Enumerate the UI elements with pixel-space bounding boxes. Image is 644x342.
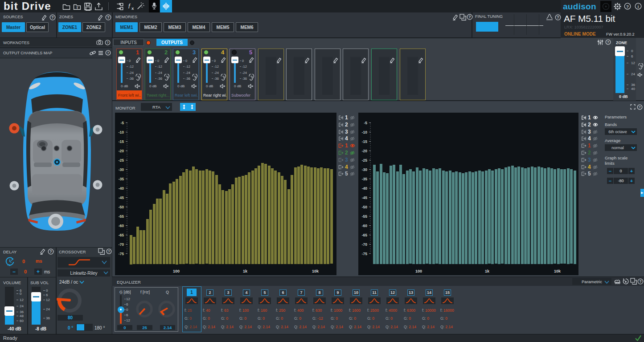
svg-text:?: ? [107,41,109,45]
svg-text:?: ? [49,249,52,254]
svg-text:?: ? [626,4,629,9]
svg-text:i: i [638,4,639,9]
svg-text:?: ? [557,15,559,20]
svg-text:T: T [76,6,78,10]
svg-text:x: x [131,6,134,11]
svg-text:?: ? [639,105,641,109]
svg-text:?: ? [607,40,609,44]
svg-text:?: ? [468,15,471,19]
svg-text:?: ? [51,15,53,20]
svg-text:?: ? [639,279,641,284]
svg-text:?: ? [107,51,109,55]
svg-text:?: ? [107,15,109,20]
svg-text:?: ? [108,249,110,253]
svg-text:f: f [128,3,131,10]
